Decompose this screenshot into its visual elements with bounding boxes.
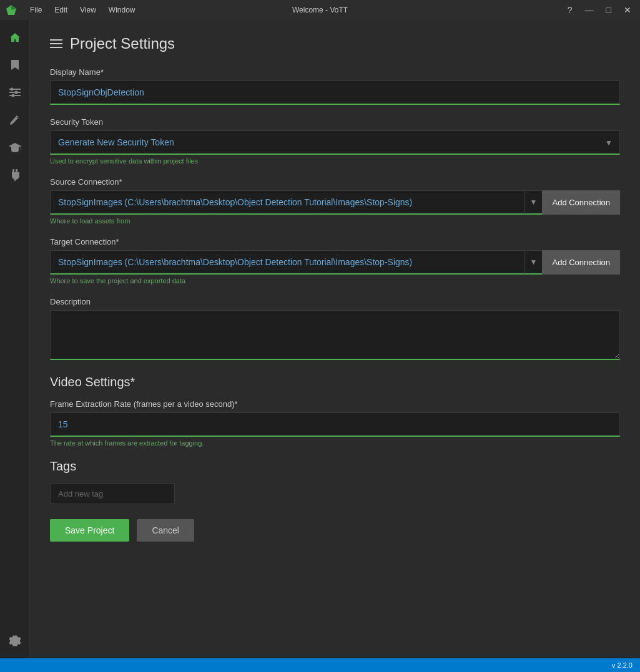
sidebar-icon-settings[interactable] bbox=[2, 628, 27, 653]
version-label: v 2.2.0 bbox=[612, 661, 633, 669]
sliders-icon bbox=[9, 87, 21, 97]
menu-view[interactable]: View bbox=[77, 4, 99, 16]
description-group: Description bbox=[50, 297, 620, 363]
security-token-select-wrapper: Generate New Security Token ▼ bbox=[50, 130, 620, 155]
close-button[interactable]: ✕ bbox=[620, 4, 635, 16]
frame-rate-input[interactable] bbox=[50, 412, 620, 437]
display-name-label: Display Name* bbox=[50, 67, 620, 77]
frame-rate-group: Frame Extraction Rate (frames per a vide… bbox=[50, 399, 620, 447]
graduation-icon bbox=[9, 142, 21, 153]
source-add-connection-button[interactable]: Add Connection bbox=[542, 190, 620, 215]
maximize-button[interactable]: □ bbox=[603, 4, 615, 16]
home-icon bbox=[9, 31, 21, 44]
video-settings-section: Video Settings* Frame Extraction Rate (f… bbox=[50, 375, 620, 447]
security-token-hint: Used to encrypt sensitive data within pr… bbox=[50, 157, 620, 165]
security-token-select[interactable]: Generate New Security Token bbox=[50, 130, 620, 155]
svg-point-7 bbox=[11, 94, 14, 97]
sidebar-icon-plugin[interactable] bbox=[2, 162, 27, 187]
sidebar-icon-edit[interactable] bbox=[2, 107, 27, 132]
target-connection-group: Target Connection* StopSignImages (C:\Us… bbox=[50, 237, 620, 285]
sidebar-icon-bookmark[interactable] bbox=[2, 52, 27, 77]
display-name-input[interactable] bbox=[50, 80, 620, 105]
app-body: Project Settings Display Name* Security … bbox=[0, 20, 640, 658]
menu-window[interactable]: Window bbox=[106, 4, 138, 16]
settings-gear-icon bbox=[9, 635, 21, 647]
edit-icon bbox=[9, 114, 21, 125]
display-name-group: Display Name* bbox=[50, 67, 620, 105]
cancel-button[interactable]: Cancel bbox=[137, 519, 194, 542]
svg-rect-12 bbox=[14, 178, 16, 181]
svg-rect-4 bbox=[9, 95, 21, 96]
title-bar-left: File Edit View Window bbox=[5, 4, 138, 16]
sidebar-icon-sliders[interactable] bbox=[2, 80, 27, 105]
help-button[interactable]: ? bbox=[564, 4, 576, 16]
menu-edit[interactable]: Edit bbox=[52, 4, 70, 16]
sidebar bbox=[0, 20, 30, 658]
app-title: Welcome - VoTT bbox=[292, 6, 348, 14]
title-bar: File Edit View Window Welcome - VoTT ? —… bbox=[0, 0, 640, 20]
svg-rect-10 bbox=[12, 169, 14, 172]
svg-point-6 bbox=[14, 91, 17, 94]
page-title-row: Project Settings bbox=[50, 35, 620, 52]
sidebar-icon-home[interactable] bbox=[2, 25, 27, 50]
source-connection-hint: Where to load assets from bbox=[50, 217, 620, 225]
page-title: Project Settings bbox=[70, 35, 175, 52]
target-connection-hint: Where to save the project and exported d… bbox=[50, 277, 620, 285]
source-connection-row: StopSignImages (C:\Users\brachtma\Deskto… bbox=[50, 190, 620, 215]
svg-point-5 bbox=[10, 88, 13, 91]
target-connection-row: StopSignImages (C:\Users\brachtma\Deskto… bbox=[50, 250, 620, 275]
source-connection-label: Source Connection* bbox=[50, 177, 620, 187]
frame-rate-label: Frame Extraction Rate (frames per a vide… bbox=[50, 399, 620, 409]
svg-rect-11 bbox=[16, 169, 17, 172]
target-connection-label: Target Connection* bbox=[50, 237, 620, 246]
source-connection-group: Source Connection* StopSignImages (C:\Us… bbox=[50, 177, 620, 225]
window-controls: ? — □ ✕ bbox=[564, 4, 635, 16]
app-logo bbox=[5, 4, 17, 16]
source-connection-select[interactable]: StopSignImages (C:\Users\brachtma\Deskto… bbox=[50, 190, 524, 215]
video-settings-title: Video Settings* bbox=[50, 375, 620, 389]
save-project-button[interactable]: Save Project bbox=[50, 519, 129, 542]
menu-file[interactable]: File bbox=[27, 4, 44, 16]
menu-bar: File Edit View Window bbox=[27, 4, 138, 16]
security-token-label: Security Token bbox=[50, 117, 620, 127]
hamburger-icon[interactable] bbox=[50, 39, 62, 48]
tags-section: Tags bbox=[50, 459, 620, 504]
target-connection-arrow-icon: ▼ bbox=[524, 250, 543, 275]
target-add-connection-button[interactable]: Add Connection bbox=[542, 250, 620, 275]
description-textarea[interactable] bbox=[50, 310, 620, 360]
sidebar-icon-graduation[interactable] bbox=[2, 135, 27, 160]
description-label: Description bbox=[50, 297, 620, 306]
target-connection-select[interactable]: StopSignImages (C:\Users\brachtma\Deskto… bbox=[50, 250, 524, 275]
frame-rate-hint: The rate at which frames are extracted f… bbox=[50, 439, 620, 447]
security-token-group: Security Token Generate New Security Tok… bbox=[50, 117, 620, 165]
bookmark-icon bbox=[9, 59, 21, 71]
action-buttons: Save Project Cancel bbox=[50, 519, 620, 542]
source-connection-arrow-icon: ▼ bbox=[524, 190, 543, 215]
tags-input[interactable] bbox=[50, 484, 175, 504]
tags-title: Tags bbox=[50, 459, 620, 474]
main-content: Project Settings Display Name* Security … bbox=[30, 20, 640, 658]
status-bar: v 2.2.0 bbox=[0, 658, 640, 672]
minimize-button[interactable]: — bbox=[581, 4, 598, 16]
plugin-icon bbox=[9, 168, 21, 181]
